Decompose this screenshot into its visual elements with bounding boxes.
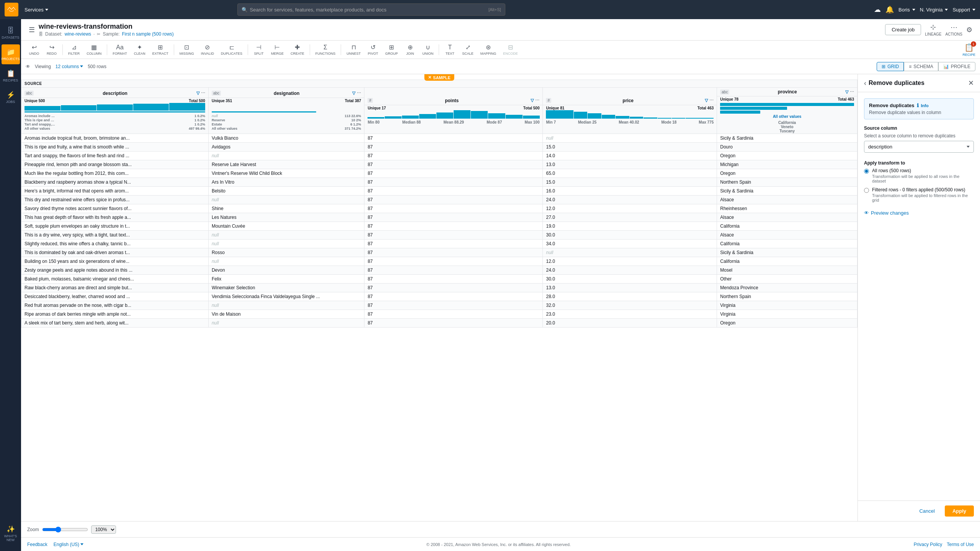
data-grid-container[interactable]: ✕ SAMPLE SOURCE [21,74,858,521]
description-filter-icon[interactable]: ▽ [196,91,199,96]
schema-view-button[interactable]: ≡ SCHEMA [904,62,938,71]
panel-close-button[interactable]: ✕ [968,79,974,87]
sidebar-item-whats-new[interactable]: ✨ WHAT'S NEW [2,523,20,543]
unnest-button[interactable]: ⊓ UNNEST [343,42,364,57]
settings-icon[interactable]: ⚙ [966,26,972,34]
columns-dropdown-icon [80,65,83,67]
text-button[interactable]: T TEXT [441,42,458,57]
province-filter-icon[interactable]: ▽ [845,90,848,95]
region-menu[interactable]: N. Virginia [920,7,948,13]
source-column-select[interactable]: description designation points price pro… [864,141,973,152]
scale-button[interactable]: ⤢ SCALE [459,42,477,57]
zoom-slider[interactable] [42,527,88,533]
services-menu-button[interactable]: Services [21,5,51,14]
join-button[interactable]: ⊕ JOIN [402,42,418,57]
table-row[interactable]: This is a dry wine, very spicy, with a t… [21,231,858,240]
create-button[interactable]: ✚ CREATE [287,42,307,57]
dataset-link[interactable]: wine-reviews [65,31,91,37]
panel-back-button[interactable]: ‹ [864,79,866,87]
table-row[interactable]: This has great depth of flavor with its … [21,213,858,222]
sample-badge: ✕ SAMPLE [424,74,454,81]
user-menu[interactable]: Boris [898,7,915,13]
table-row[interactable]: Blackberry and raspberry aromas show a t… [21,178,858,187]
undo-button[interactable]: ↩ UNDO [26,42,42,57]
sidebar-item-recipes[interactable]: 📋 RECIPES [2,66,20,86]
sample-link[interactable]: First n sample (500 rows) [122,31,173,37]
cloud-icon[interactable]: ☁ [874,5,881,14]
table-row[interactable]: Building on 150 years and six generation… [21,257,858,266]
pivot-button[interactable]: ↺ PIVOT [364,42,381,57]
table-row[interactable]: This dry and restrained wine offers spic… [21,196,858,204]
actions-button[interactable]: ⋯ ACTIONS [946,23,962,36]
functions-button[interactable]: Σ FUNCTIONS [312,42,339,57]
table-row[interactable]: This is dominated by oak and oak-driven … [21,248,858,257]
grid-view-button[interactable]: ⊞ GRID [877,62,904,71]
column-button[interactable]: ▦ COLUMN [83,42,105,57]
table-row[interactable]: Red fruit aromas pervade on the nose, wi… [21,301,858,310]
split-button[interactable]: ⊣ SPLIT [250,42,267,57]
terms-link[interactable]: Terms of Use [947,542,974,547]
table-row[interactable]: Pineapple rind, lemon pith and orange bl… [21,160,858,169]
feedback-link[interactable]: Feedback [27,542,47,547]
recipe-button[interactable]: 📋 1 RECIPE [962,43,975,57]
columns-count-button[interactable]: 12 columns [56,64,83,69]
all-rows-option[interactable]: All rows (500 rows) Transformation will … [864,168,974,183]
clean-button[interactable]: ✦ CLEAN [131,42,149,57]
points-filter-icon[interactable]: ▽ [531,98,534,103]
union-button[interactable]: ∪ UNION [419,42,436,57]
extract-button[interactable]: ⊞ EXTRACT [149,42,172,57]
designation-menu-icon[interactable]: ⋯ [357,91,361,96]
table-row[interactable]: A sleek mix of tart berry, stem and herb… [21,319,858,328]
price-filter-icon[interactable]: ▽ [705,98,708,103]
create-job-button[interactable]: Create job [885,24,921,35]
table-row[interactable]: Ripe aromas of dark berries mingle with … [21,310,858,319]
encode-button[interactable]: ⊟ ENCODE [500,42,521,57]
support-menu[interactable]: Support [952,7,975,13]
privacy-link[interactable]: Privacy Policy [914,542,942,547]
cancel-button[interactable]: Cancel [913,505,941,517]
table-row[interactable]: This is ripe and fruity, a wine that is … [21,143,858,152]
lineage-button[interactable]: ⊹ LINEAGE [925,23,941,36]
notification-bell-icon[interactable]: 🔔 [885,5,894,14]
apply-button[interactable]: Apply [945,505,974,517]
duplicates-button[interactable]: ⊏ DUPLICATES [218,42,245,57]
filtered-rows-radio[interactable] [864,188,869,193]
table-row[interactable]: Tart and snappy, the flavors of lime fle… [21,152,858,160]
missing-button[interactable]: ⊡ MISSING [176,42,197,57]
points-menu-icon[interactable]: ⋯ [535,98,539,103]
filter-button[interactable]: ⊿ FILTER [65,42,83,57]
price-menu-icon[interactable]: ⋯ [709,98,714,103]
all-rows-radio[interactable] [864,169,869,174]
table-row[interactable]: Much like the regular bottling from 2012… [21,169,858,178]
format-button[interactable]: Aa FORMAT [109,42,130,57]
invalid-button[interactable]: ⊘ INVALID [198,42,217,57]
grid-scroll[interactable]: SOURCE abc descript [21,74,858,521]
global-search-bar[interactable]: 🔍 Search for services, features, marketp… [237,3,505,16]
table-row[interactable]: Slightly reduced, this wine offers a cha… [21,240,858,248]
profile-view-button[interactable]: 📊 PROFILE [938,62,975,71]
filtered-rows-option[interactable]: Filtered rows - 0 filters applied (500/5… [864,187,974,202]
table-row[interactable]: Aromas include tropical fruit, broom, br… [21,134,858,143]
province-menu-icon[interactable]: ⋯ [850,90,854,95]
sidebar-item-projects[interactable]: 📁 PROJECTS [2,44,20,64]
table-row[interactable]: Here's a bright, informal red that opens… [21,187,858,196]
group-button[interactable]: ⊞ GROUP [382,42,401,57]
table-row[interactable]: Soft, supple plum envelopes an oaky stru… [21,222,858,231]
merge-button[interactable]: ⊢ MERGE [268,42,287,57]
table-row[interactable]: Zesty orange peels and apple notes aboun… [21,266,858,275]
designation-filter-icon[interactable]: ▽ [352,91,355,96]
source-column-select-wrapper[interactable]: description designation points price pro… [864,141,974,153]
table-row[interactable]: Raw black-cherry aromas are direct and s… [21,284,858,292]
redo-button[interactable]: ↪ REDO [43,42,60,57]
table-row[interactable]: Desiccated blackberry, leather, charred … [21,292,858,301]
preview-changes-button[interactable]: 👁 Preview changes [864,210,974,216]
sidebar-item-datasets[interactable]: 🗄 DATASETS [2,23,20,43]
mapping-button[interactable]: ⊛ MAPPING [477,42,500,57]
sidebar-item-jobs[interactable]: ⚡ JOBS [2,87,20,107]
table-row[interactable]: Baked plum, molasses, balsamic vinegar a… [21,275,858,284]
zoom-select[interactable]: 100% 75% 125% 150% [91,525,116,534]
description-menu-icon[interactable]: ⋯ [201,91,205,96]
table-row[interactable]: Savory dried thyme notes accent sunnier … [21,204,858,213]
menu-toggle-icon[interactable]: ☰ [29,26,35,34]
language-selector[interactable]: English (US) [54,542,83,547]
